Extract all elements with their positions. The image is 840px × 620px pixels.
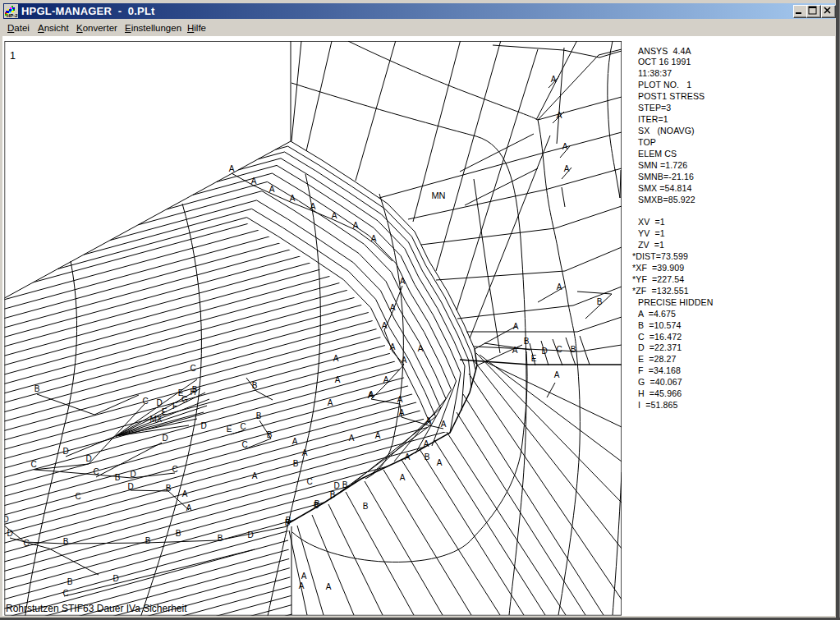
svg-text:E: E bbox=[227, 425, 232, 434]
svg-text:PRECISE HIDDEN: PRECISE HIDDEN bbox=[638, 297, 713, 307]
svg-text:B: B bbox=[67, 577, 73, 586]
svg-text:A: A bbox=[405, 452, 411, 462]
svg-text:A: A bbox=[229, 164, 235, 173]
svg-text:D: D bbox=[156, 398, 162, 407]
svg-text:C =16.472: C =16.472 bbox=[638, 332, 682, 342]
svg-text:B: B bbox=[571, 345, 576, 354]
svg-text:A: A bbox=[333, 354, 339, 363]
svg-text:A: A bbox=[269, 185, 275, 194]
svg-text:A: A bbox=[382, 321, 388, 330]
svg-text:C: C bbox=[62, 589, 68, 598]
svg-text:ITER=1: ITER=1 bbox=[638, 114, 668, 124]
svg-text:I =51.865: I =51.865 bbox=[638, 400, 677, 410]
svg-text:A: A bbox=[375, 431, 381, 440]
svg-text:A: A bbox=[564, 164, 570, 173]
svg-text:XV =1: XV =1 bbox=[638, 217, 665, 227]
svg-text:B: B bbox=[330, 490, 336, 499]
svg-text:A: A bbox=[418, 344, 424, 353]
svg-text:A: A bbox=[397, 395, 403, 404]
svg-text:B: B bbox=[524, 337, 530, 346]
svg-text:*XF =39.909: *XF =39.909 bbox=[632, 263, 684, 273]
svg-text:A: A bbox=[251, 177, 257, 186]
svg-text:A: A bbox=[335, 375, 341, 384]
svg-text:SMN =1.726: SMN =1.726 bbox=[638, 160, 687, 170]
svg-text:G =40.067: G =40.067 bbox=[638, 377, 682, 387]
svg-text:G: G bbox=[181, 395, 188, 404]
svg-text:YV =1: YV =1 bbox=[638, 228, 665, 238]
svg-text:D: D bbox=[112, 574, 118, 583]
svg-text:B: B bbox=[314, 501, 319, 510]
svg-text:B: B bbox=[176, 529, 181, 538]
svg-text:*DIST=73.599: *DIST=73.599 bbox=[632, 251, 688, 261]
svg-text:D: D bbox=[200, 421, 206, 430]
svg-text:SMNB=-21.16: SMNB=-21.16 bbox=[638, 172, 694, 181]
svg-text:A: A bbox=[371, 234, 377, 243]
svg-text:C: C bbox=[556, 345, 562, 354]
svg-text:D: D bbox=[2, 515, 8, 524]
svg-text:A: A bbox=[512, 346, 518, 355]
svg-text:D: D bbox=[127, 482, 133, 491]
svg-text:A: A bbox=[182, 489, 188, 498]
svg-text:F: F bbox=[172, 402, 177, 411]
svg-text:B: B bbox=[63, 537, 69, 546]
svg-text:A: A bbox=[437, 458, 443, 467]
svg-text:B: B bbox=[145, 536, 151, 545]
svg-text:A: A bbox=[402, 356, 407, 365]
svg-text:B: B bbox=[192, 385, 198, 394]
svg-text:A: A bbox=[328, 398, 333, 407]
svg-text:C: C bbox=[142, 397, 148, 406]
svg-text:A: A bbox=[302, 448, 308, 457]
svg-text:D: D bbox=[247, 530, 253, 540]
svg-text:SMXB=85.922: SMXB=85.922 bbox=[638, 195, 695, 204]
svg-text:A: A bbox=[353, 221, 359, 230]
svg-text:*YF =227.54: *YF =227.54 bbox=[632, 274, 684, 284]
svg-text:A: A bbox=[400, 473, 406, 482]
svg-text:E: E bbox=[531, 354, 537, 363]
svg-text:A: A bbox=[383, 375, 389, 384]
svg-text:B: B bbox=[363, 502, 369, 511]
svg-text:A: A bbox=[349, 434, 355, 443]
svg-text:ANSYS 4.4A: ANSYS 4.4A bbox=[638, 46, 692, 56]
svg-text:ELEM CS: ELEM CS bbox=[638, 149, 677, 158]
svg-text:STEP=3: STEP=3 bbox=[638, 103, 671, 113]
svg-text:D: D bbox=[162, 434, 168, 443]
svg-text:A: A bbox=[424, 439, 429, 448]
svg-text:B: B bbox=[34, 384, 40, 393]
svg-text:A: A bbox=[400, 277, 406, 286]
svg-text:H =45.966: H =45.966 bbox=[638, 388, 682, 398]
svg-text:C: C bbox=[75, 492, 80, 501]
svg-text:A: A bbox=[326, 582, 332, 591]
svg-text:B: B bbox=[115, 473, 121, 482]
svg-text:D: D bbox=[333, 481, 339, 490]
svg-text:A: A bbox=[574, 32, 580, 41]
svg-text:A: A bbox=[290, 194, 296, 203]
svg-text:A: A bbox=[513, 322, 519, 331]
svg-text:Rohrstutzen STIF63 Dauer IVa S: Rohrstutzen STIF63 Dauer IVa Sicherheit bbox=[6, 603, 187, 614]
svg-text:MX: MX bbox=[150, 415, 163, 424]
svg-text:*ZF =132.551: *ZF =132.551 bbox=[632, 286, 689, 296]
svg-text:E =28.27: E =28.27 bbox=[638, 354, 677, 364]
svg-text:A: A bbox=[252, 471, 258, 480]
svg-text:1: 1 bbox=[10, 50, 16, 62]
svg-text:ZV =1: ZV =1 bbox=[638, 240, 664, 250]
svg-text:D =22.371: D =22.371 bbox=[638, 342, 682, 352]
svg-text:B: B bbox=[425, 452, 430, 462]
svg-text:SX (NOAVG): SX (NOAVG) bbox=[638, 126, 695, 135]
svg-text:TOP: TOP bbox=[638, 137, 656, 147]
svg-text:D: D bbox=[541, 347, 547, 356]
svg-text:C: C bbox=[240, 422, 246, 431]
svg-text:A: A bbox=[441, 420, 447, 429]
svg-text:SMX =54.814: SMX =54.814 bbox=[638, 183, 692, 193]
svg-text:A: A bbox=[426, 416, 432, 425]
svg-text:B: B bbox=[342, 480, 348, 489]
svg-text:C: C bbox=[172, 465, 177, 474]
svg-text:A =4.675: A =4.675 bbox=[638, 309, 676, 319]
svg-text:C: C bbox=[306, 477, 312, 486]
svg-text:A: A bbox=[368, 391, 374, 400]
svg-text:A: A bbox=[399, 408, 405, 417]
svg-text:PLOT NO. 1: PLOT NO. 1 bbox=[638, 80, 691, 90]
svg-text:OCT 16 1991: OCT 16 1991 bbox=[638, 57, 691, 67]
svg-text:A: A bbox=[310, 202, 316, 211]
svg-text:11:38:37: 11:38:37 bbox=[638, 68, 672, 78]
svg-text:D: D bbox=[62, 447, 68, 456]
